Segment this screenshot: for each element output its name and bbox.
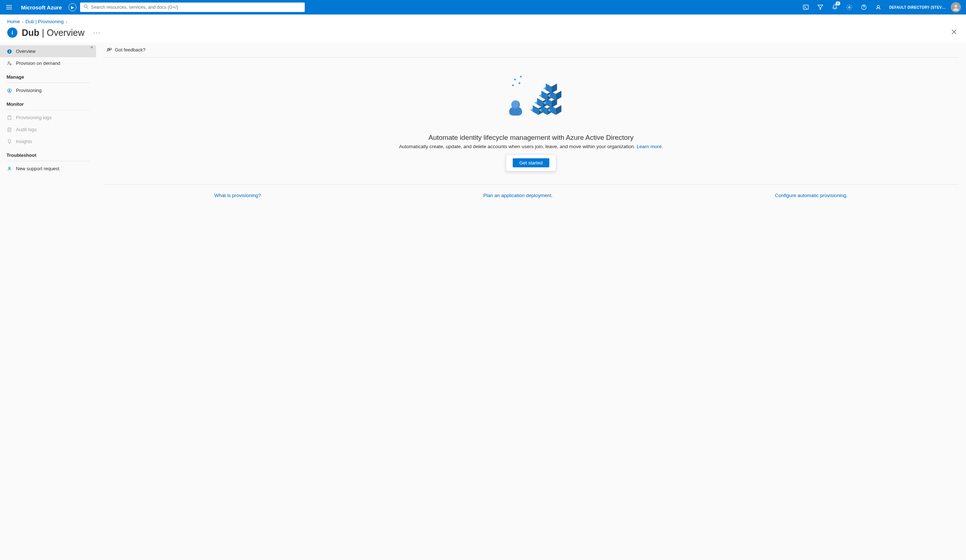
help-links-row: What is provisioning? Plan an applicatio…: [103, 184, 959, 198]
hamburger-icon: [6, 4, 12, 10]
notification-badge: 2: [836, 2, 840, 5]
info-circle-icon: [7, 49, 12, 54]
chevron-right-icon: ›: [66, 20, 67, 24]
svg-point-18: [9, 49, 10, 50]
filter-icon: [817, 4, 823, 10]
sidebar-item-overview[interactable]: Overview: [0, 45, 96, 57]
svg-point-12: [955, 5, 957, 8]
svg-point-21: [10, 63, 11, 65]
svg-point-22: [8, 89, 12, 92]
hamburger-menu-button[interactable]: [3, 2, 15, 13]
chevron-double-left-icon: «: [90, 44, 93, 49]
got-feedback-label: Got feedback?: [115, 47, 146, 53]
page-title-main: Dub: [22, 28, 39, 38]
feedback-button[interactable]: [871, 0, 886, 15]
configure-provisioning-link[interactable]: Configure automatic provisioning.: [775, 193, 848, 198]
search-container: [80, 3, 305, 12]
sidebar-item-label: Provisioning logs: [16, 115, 51, 120]
hero-illustration: [504, 76, 559, 115]
resource-icon: [7, 28, 17, 38]
brand-label[interactable]: Microsoft Azure: [21, 4, 62, 10]
svg-point-10: [863, 8, 864, 9]
feedback-person-icon: [106, 47, 112, 53]
topbar: Microsoft Azure ▶ 2: [0, 0, 966, 15]
sidebar-item-label: New support request: [16, 166, 59, 171]
svg-marker-7: [818, 5, 823, 10]
svg-rect-25: [9, 115, 10, 116]
svg-rect-14: [12, 32, 13, 35]
sidebar-item-label: Provision on demand: [16, 61, 60, 66]
global-search-input[interactable]: [80, 3, 305, 12]
svg-rect-33: [109, 48, 112, 49]
plan-deployment-link[interactable]: Plan an application deployment.: [483, 193, 552, 198]
get-started-button[interactable]: Get started: [513, 158, 549, 168]
cloud-shell-button[interactable]: [798, 0, 813, 15]
hero-section: Automate identity lifecycle management w…: [103, 57, 959, 182]
user-avatar[interactable]: [951, 2, 961, 12]
breadcrumb: Home › Dub | Provisioning ›: [0, 15, 966, 26]
settings-button[interactable]: [842, 0, 857, 15]
svg-rect-1: [6, 7, 12, 8]
sidebar-item-insights: Insights: [0, 135, 96, 148]
svg-rect-2: [6, 9, 12, 10]
directory-filter-button[interactable]: [813, 0, 828, 15]
person-gear-icon: [7, 61, 12, 66]
sidebar-item-provisioning[interactable]: Provisioning: [0, 84, 96, 96]
hero-title: Automate identity lifecycle management w…: [428, 134, 633, 142]
divider: [7, 110, 89, 110]
divider: [7, 82, 89, 83]
svg-rect-5: [803, 5, 808, 10]
sidebar-item-provisioning-logs: Provisioning logs: [0, 112, 96, 123]
learn-more-link[interactable]: Learn more.: [637, 144, 663, 149]
play-icon: ▶: [71, 5, 74, 10]
hero-subtitle-text: Automatically create, update, and delete…: [399, 144, 637, 149]
collapse-sidebar-button[interactable]: «: [90, 44, 93, 49]
svg-point-20: [8, 62, 10, 63]
preview-features-button[interactable]: ▶: [69, 3, 76, 11]
breadcrumb-link-provisioning[interactable]: Dub | Provisioning: [25, 19, 63, 24]
help-button[interactable]: [857, 0, 871, 15]
get-started-callout: Get started: [506, 154, 556, 171]
avatar-icon: [952, 3, 959, 11]
main-content: Got feedback?: [96, 43, 966, 560]
support-icon: [7, 166, 12, 172]
sidebar-item-label: Insights: [16, 139, 32, 144]
tenant-label[interactable]: DEFAULT DIRECTORY (STEVEND…: [889, 5, 947, 10]
what-is-provisioning-link[interactable]: What is provisioning?: [215, 193, 261, 198]
sidebar-group-manage: Manage: [0, 69, 96, 81]
page-title-sub: Overview: [47, 28, 84, 38]
svg-point-31: [9, 167, 10, 168]
svg-rect-0: [6, 5, 12, 6]
lightbulb-icon: [7, 139, 12, 145]
hero-subtitle: Automatically create, update, and delete…: [399, 144, 663, 149]
breadcrumb-link-home[interactable]: Home: [7, 19, 20, 24]
page-title: Dub | Overview: [22, 28, 84, 38]
sidebar-item-provision-on-demand[interactable]: Provision on demand: [0, 57, 96, 69]
feedback-icon: [876, 4, 881, 10]
book-icon: [7, 127, 12, 133]
svg-point-11: [877, 5, 879, 8]
chevron-right-icon: ›: [22, 20, 23, 24]
sidebar: « Overview Provision on demand Manage: [0, 43, 96, 560]
sidebar-item-label: Overview: [16, 49, 36, 54]
sidebar-item-label: Audit logs: [16, 127, 36, 132]
divider: [7, 161, 89, 161]
page-title-sep: |: [39, 28, 47, 38]
gear-icon: [846, 4, 852, 10]
more-actions-button[interactable]: ···: [93, 29, 101, 36]
sidebar-item-label: Provisioning: [16, 88, 42, 93]
people-sync-icon: [7, 88, 12, 94]
clipboard-icon: [7, 115, 12, 121]
svg-point-23: [9, 89, 10, 90]
page-header: Dub | Overview ···: [0, 26, 966, 43]
close-icon: [951, 30, 956, 34]
info-icon: [10, 30, 15, 36]
svg-point-8: [849, 7, 850, 8]
command-bar: Got feedback?: [103, 43, 959, 57]
got-feedback-button[interactable]: Got feedback?: [103, 45, 149, 55]
close-blade-button[interactable]: [950, 27, 959, 38]
cloud-shell-icon: [803, 4, 809, 10]
svg-rect-19: [9, 51, 10, 53]
sidebar-item-new-support-request[interactable]: New support request: [0, 163, 96, 174]
notifications-button[interactable]: 2: [828, 0, 842, 15]
